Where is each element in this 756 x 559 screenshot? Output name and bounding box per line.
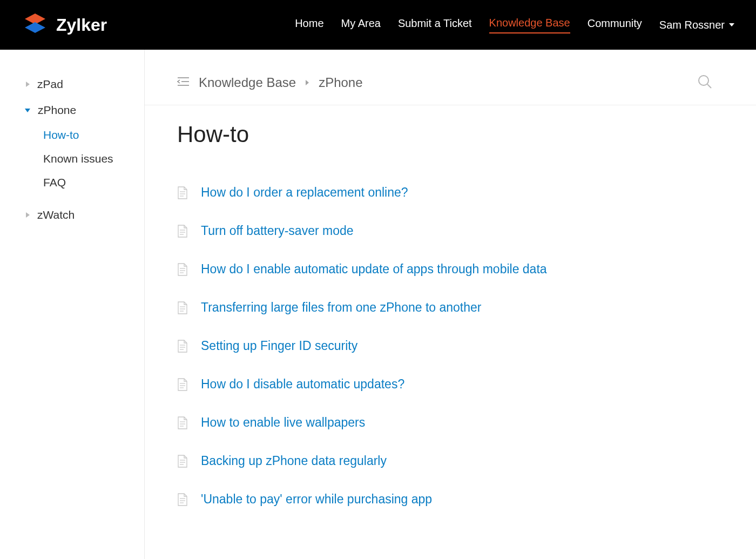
document-icon	[177, 416, 188, 429]
search-icon	[697, 73, 713, 90]
article-row: How to enable live wallpapers	[177, 403, 713, 442]
nav-knowledge-base[interactable]: Knowledge Base	[489, 17, 570, 33]
nav-home[interactable]: Home	[295, 17, 323, 33]
sidebar-item-label: zPad	[37, 78, 63, 91]
sidebar: zPad zPhone How-to Known issues FAQ zWat…	[0, 50, 145, 559]
article-link[interactable]: 'Unable to pay' error while purchasing a…	[201, 492, 432, 507]
chevron-right-icon	[26, 212, 30, 218]
sidebar-item-label: zPhone	[38, 104, 76, 117]
article-link[interactable]: Turn off battery-saver mode	[201, 224, 354, 238]
search-button[interactable]	[697, 73, 713, 92]
chevron-down-icon	[729, 23, 734, 26]
article-row: Setting up Finger ID security	[177, 327, 713, 365]
article-row: Backing up zPhone data regularly	[177, 442, 713, 480]
user-menu[interactable]: Sam Rossner	[659, 19, 734, 31]
page-title: How-to	[177, 122, 713, 147]
document-icon	[177, 186, 188, 199]
nav-community[interactable]: Community	[588, 17, 642, 33]
document-icon	[177, 378, 188, 391]
article-row: Turn off battery-saver mode	[177, 212, 713, 250]
content-area: How-to How do I order a replacement onli…	[145, 105, 756, 518]
svg-line-4	[707, 84, 711, 88]
brand-logo[interactable]: Zylker	[22, 11, 107, 38]
article-link[interactable]: How do I order a replacement online?	[201, 185, 408, 200]
main-content: Knowledge Base zPhone How-to How do I or…	[145, 50, 756, 559]
sidebar-sub-label: Known issues	[43, 152, 113, 165]
nav-submit-ticket[interactable]: Submit a Ticket	[398, 17, 472, 33]
chevron-right-icon	[306, 80, 309, 85]
document-icon	[177, 493, 188, 506]
body-layout: zPad zPhone How-to Known issues FAQ zWat…	[0, 50, 756, 559]
breadcrumb-zphone[interactable]: zPhone	[319, 75, 362, 90]
article-row: Transferring large files from one zPhone…	[177, 288, 713, 327]
svg-point-3	[699, 76, 708, 85]
breadcrumb-bar: Knowledge Base zPhone	[145, 50, 756, 105]
user-name: Sam Rossner	[659, 19, 725, 31]
document-icon	[177, 301, 188, 314]
chevron-down-icon	[25, 109, 30, 112]
sidebar-item-zphone[interactable]: zPhone	[0, 97, 144, 123]
article-row: 'Unable to pay' error while purchasing a…	[177, 480, 713, 518]
article-list: How do I order a replacement online?Turn…	[177, 173, 713, 518]
article-link[interactable]: Transferring large files from one zPhone…	[201, 300, 481, 315]
article-link[interactable]: How do I enable automatic update of apps…	[201, 262, 547, 277]
sidebar-collapse-icon	[177, 77, 189, 86]
breadcrumb-knowledge-base[interactable]: Knowledge Base	[199, 75, 296, 90]
breadcrumb: Knowledge Base zPhone	[199, 75, 363, 90]
document-icon	[177, 263, 188, 276]
brand-name: Zylker	[56, 15, 107, 35]
sidebar-sub-label: How-to	[43, 129, 79, 141]
article-link[interactable]: Setting up Finger ID security	[201, 339, 357, 353]
sidebar-sub-howto[interactable]: How-to	[0, 123, 144, 147]
top-header: Zylker Home My Area Submit a Ticket Know…	[0, 0, 756, 50]
sidebar-sub-known-issues[interactable]: Known issues	[0, 147, 144, 171]
document-icon	[177, 340, 188, 353]
zylker-logo-icon	[22, 11, 49, 38]
article-row: How do I order a replacement online?	[177, 173, 713, 212]
nav-my-area[interactable]: My Area	[341, 17, 381, 33]
sidebar-item-zpad[interactable]: zPad	[0, 71, 144, 97]
main-nav: Home My Area Submit a Ticket Knowledge B…	[295, 17, 734, 33]
sidebar-sub-label: FAQ	[43, 176, 66, 188]
article-row: How do I enable automatic update of apps…	[177, 250, 713, 288]
article-row: How do I disable automatic updates?	[177, 365, 713, 403]
chevron-right-icon	[26, 82, 30, 87]
article-link[interactable]: Backing up zPhone data regularly	[201, 454, 387, 468]
sidebar-item-label: zWatch	[37, 208, 75, 221]
sidebar-toggle-button[interactable]	[177, 77, 189, 88]
sidebar-item-zwatch[interactable]: zWatch	[0, 202, 144, 228]
document-icon	[177, 225, 188, 238]
article-link[interactable]: How do I disable automatic updates?	[201, 377, 404, 392]
article-link[interactable]: How to enable live wallpapers	[201, 415, 365, 430]
document-icon	[177, 455, 188, 468]
sidebar-sub-faq[interactable]: FAQ	[0, 171, 144, 194]
